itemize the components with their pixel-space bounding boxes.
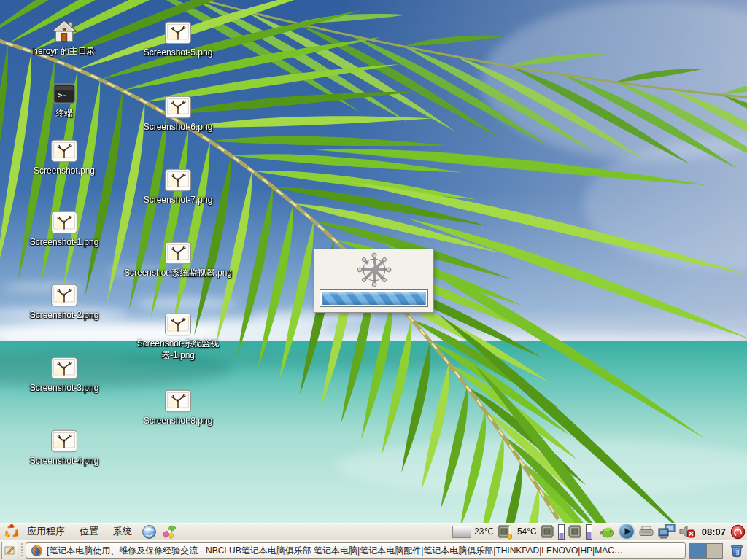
desktop-icon-screenshot-7-png[interactable]: Screenshot-7.png (123, 168, 233, 206)
ubuntu-logo-icon (4, 524, 20, 540)
desktop-icon-home[interactable]: heroyr 的主目录 (9, 19, 119, 58)
progress-bar (320, 289, 428, 307)
desktop-icon-screenshot-png[interactable]: Screenshot.png (9, 139, 119, 177)
green-applet-icon[interactable] (598, 524, 615, 539)
cpu-temperature: 54°C (517, 526, 537, 537)
gauge-bar-icon (586, 524, 592, 540)
icon-label: Screenshot-2.png (30, 310, 99, 322)
icon-label: Screenshot-1.png (30, 237, 99, 249)
gnome-menu-panel: 应用程序 位置 系统 23℃ 54°C (0, 523, 747, 540)
clock[interactable]: 08:07 (702, 526, 726, 537)
icon-label: Screenshot-6.png (144, 122, 213, 133)
ambient-temperature: 23℃ (474, 526, 494, 537)
chip-thermometer-icon[interactable] (497, 524, 514, 540)
dual-monitor-icon[interactable] (657, 524, 676, 540)
icon-label: Screenshot.png (34, 166, 95, 177)
workspace-1-active[interactable] (690, 544, 706, 558)
taskbar-window-title: [笔记本电脑使用、维修及保修经验交流 - NBCLUB笔记本电脑俱乐部 笔记本电… (47, 545, 623, 557)
icon-label: Screenshot-7.png (144, 195, 213, 206)
colorful-app-launcher[interactable] (161, 524, 177, 540)
menu-places[interactable]: 位置 (72, 524, 106, 540)
progress-bar-fill (322, 292, 426, 305)
show-desktop-icon (4, 545, 15, 556)
firefox-icon (31, 545, 43, 557)
workspace-2[interactable] (706, 544, 722, 558)
icon-label: Screenshot-8.png (144, 416, 213, 427)
colorful-swirl-app-icon (161, 524, 177, 540)
menu-system[interactable]: 系统 (106, 524, 139, 540)
system-tray: 23℃ 54°C (452, 523, 747, 540)
muted-speaker-icon[interactable] (679, 524, 697, 539)
gauge-bar-icon (558, 524, 565, 540)
taskbar-window-button[interactable]: [笔记本电脑使用、维修及保修经验交流 - NBCLUB笔记本电脑俱乐部 笔记本电… (26, 542, 686, 559)
panel-drag-handle[interactable] (20, 543, 24, 558)
printer-icon[interactable] (638, 525, 654, 538)
icon-label: Screenshot-5.png (144, 47, 213, 59)
play-button-icon[interactable] (618, 523, 635, 540)
desktop-icon-screenshot-5-png[interactable]: Screenshot-5.png (123, 20, 233, 59)
icon-label: heroyr 的主目录 (33, 46, 95, 58)
loading-splash-dialog (314, 249, 434, 313)
show-desktop-button[interactable] (1, 542, 18, 559)
workspace-switcher (689, 543, 723, 559)
icon-label: Screenshot-4.png (30, 456, 99, 467)
trash-icon (729, 543, 744, 558)
desktop-icon-screenshot-8-png[interactable]: Screenshot-8.png (123, 389, 233, 427)
desktop-icon-screenshot-sysmon-png[interactable]: Screenshot-系统监视器.png (123, 241, 233, 279)
desktop-icon-screenshot-1-png[interactable]: Screenshot-1.png (9, 210, 119, 249)
system-monitor-graph[interactable] (452, 526, 471, 538)
desktop-icon-screenshot-6-png[interactable]: Screenshot-6.png (123, 95, 233, 133)
icon-label: Screenshot-系统监视器.png (124, 268, 232, 279)
browser-launcher[interactable] (142, 524, 157, 540)
power-button-icon[interactable] (730, 524, 746, 540)
icon-label: 终端 (55, 108, 73, 120)
trash-applet[interactable] (729, 543, 744, 558)
icon-label: Screenshot-系统监视器-1.png (123, 338, 233, 361)
desktop-icon-screenshot-3-png[interactable]: Screenshot-3.png (9, 356, 119, 394)
desktop-icon-screenshot-4-png[interactable]: Screenshot-4.png (9, 429, 119, 467)
menu-applications[interactable]: 应用程序 (20, 524, 72, 540)
desktop-icon-terminal[interactable]: 终端 (9, 82, 119, 120)
mine-sun-icon (357, 252, 392, 287)
desktop-icon-screenshot-2-png[interactable]: Screenshot-2.png (9, 283, 119, 322)
chip-icon[interactable] (568, 524, 583, 540)
icon-label: Screenshot-3.png (30, 383, 99, 394)
chip-icon[interactable] (540, 524, 555, 540)
blue-globe-browser-icon (142, 524, 157, 540)
window-list-panel: [笔记本电脑使用、维修及保修经验交流 - NBCLUB笔记本电脑俱乐部 笔记本电… (0, 540, 747, 560)
desktop-icon-screenshot-sysmon-1-png[interactable]: Screenshot-系统监视器-1.png (123, 312, 233, 361)
